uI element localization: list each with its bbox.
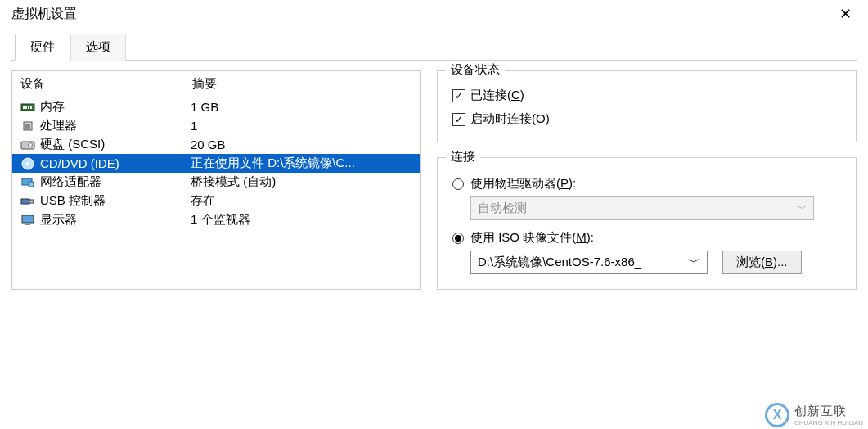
radio-icon xyxy=(452,233,464,244)
physical-drive-select: 自动检测 ﹀ xyxy=(470,196,814,220)
close-icon[interactable]: ✕ xyxy=(834,5,857,23)
device-row-usb[interactable]: USB 控制器 存在 xyxy=(12,192,420,210)
group-connection: 连接 使用物理驱动器(P): 自动检测 ﹀ 使用 ISO 映像文件(M): D:… xyxy=(437,157,857,290)
watermark-logo-icon: X xyxy=(765,403,789,427)
radio-iso-file[interactable]: 使用 ISO 映像文件(M): xyxy=(452,230,841,246)
cd-icon xyxy=(19,156,37,171)
device-summary: 1 GB xyxy=(191,100,415,114)
svg-rect-6 xyxy=(25,124,30,129)
radio-label: 使用 ISO 映像文件(M): xyxy=(470,230,594,246)
watermark-text: 创新互联 xyxy=(794,404,847,418)
svg-rect-15 xyxy=(22,215,34,223)
disk-icon xyxy=(19,138,37,152)
svg-rect-1 xyxy=(23,106,25,109)
browse-button[interactable]: 浏览(B)... xyxy=(722,251,802,274)
network-icon xyxy=(19,175,37,190)
group-title-status: 设备状态 xyxy=(446,62,505,78)
device-summary: 20 GB xyxy=(191,138,415,151)
checkbox-connected[interactable]: ✓ 已连接(C) xyxy=(452,88,841,103)
memory-icon xyxy=(19,100,37,115)
tab-hardware[interactable]: 硬件 xyxy=(15,34,70,61)
svg-rect-14 xyxy=(29,200,34,203)
device-row-cddvd[interactable]: CD/DVD (IDE) 正在使用文件 D:\系统镜像\C... xyxy=(12,154,420,173)
group-device-status: 设备状态 ✓ 已连接(C) ✓ 启动时连接(O) xyxy=(437,70,857,142)
chevron-down-icon: ﹀ xyxy=(688,255,700,270)
svg-rect-2 xyxy=(25,106,27,109)
settings-panel: 设备状态 ✓ 已连接(C) ✓ 启动时连接(O) 连接 使用物理驱动器(P): … xyxy=(437,70,857,290)
watermark-subtext: CHUANG XIN HU LIAN xyxy=(794,419,863,427)
device-row-network[interactable]: 网络适配器 桥接模式 (自动) xyxy=(12,173,420,192)
svg-point-10 xyxy=(26,162,29,165)
usb-icon xyxy=(19,194,37,209)
device-row-display[interactable]: 显示器 1 个监视器 xyxy=(12,210,420,229)
device-summary: 正在使用文件 D:\系统镜像\C... xyxy=(191,156,415,171)
check-icon: ✓ xyxy=(452,113,465,126)
device-summary: 存在 xyxy=(191,193,415,209)
svg-rect-4 xyxy=(30,106,32,109)
svg-rect-13 xyxy=(21,199,29,204)
tab-strip: 硬件 选项 xyxy=(11,33,857,61)
device-name: 内存 xyxy=(40,99,191,115)
svg-point-8 xyxy=(29,142,33,147)
radio-physical-drive[interactable]: 使用物理驱动器(P): xyxy=(452,176,841,192)
checkbox-connect-on-start[interactable]: ✓ 启动时连接(O) xyxy=(452,111,841,127)
svg-rect-3 xyxy=(28,106,29,109)
watermark-text-block: 创新互联 CHUANG XIN HU LIAN xyxy=(794,404,863,427)
iso-path-select[interactable]: D:\系统镜像\CentOS-7.6-x86_ ﹀ xyxy=(470,251,708,274)
device-list: 内存 1 GB 处理器 1 硬盘 (SCSI) 20 GB xyxy=(12,97,420,229)
device-name: 硬盘 (SCSI) xyxy=(40,137,191,152)
device-name: 处理器 xyxy=(40,118,191,133)
header-summary: 摘要 xyxy=(184,71,420,97)
device-panel: 设备 摘要 内存 1 GB 处理器 1 xyxy=(11,70,421,290)
device-name: USB 控制器 xyxy=(40,193,191,209)
group-title-connection: 连接 xyxy=(446,149,480,165)
device-name: CD/DVD (IDE) xyxy=(40,156,191,170)
radio-label: 使用物理驱动器(P): xyxy=(470,176,576,192)
device-row-disk[interactable]: 硬盘 (SCSI) 20 GB xyxy=(12,135,420,154)
chevron-down-icon: ﹀ xyxy=(798,202,807,214)
iso-row: D:\系统镜像\CentOS-7.6-x86_ ﹀ 浏览(B)... xyxy=(470,251,841,274)
display-icon xyxy=(19,213,37,228)
device-summary: 1 个监视器 xyxy=(191,212,415,228)
titlebar: 虚拟机设置 ✕ xyxy=(0,0,868,26)
svg-rect-16 xyxy=(25,224,30,225)
device-name: 显示器 xyxy=(40,212,191,228)
content-area: 设备 摘要 内存 1 GB 处理器 1 xyxy=(0,61,868,300)
checkbox-label: 启动时连接(O) xyxy=(470,111,550,127)
device-row-memory[interactable]: 内存 1 GB xyxy=(12,97,420,116)
select-value: 自动检测 xyxy=(478,201,527,216)
tab-options[interactable]: 选项 xyxy=(70,34,126,61)
radio-icon xyxy=(452,178,464,190)
iso-path-value: D:\系统镜像\CentOS-7.6-x86_ xyxy=(478,255,641,270)
check-icon: ✓ xyxy=(452,89,465,102)
device-name: 网络适配器 xyxy=(40,174,191,190)
device-row-cpu[interactable]: 处理器 1 xyxy=(12,116,420,135)
device-list-header: 设备 摘要 xyxy=(12,71,420,97)
cpu-icon xyxy=(19,119,37,133)
device-summary: 1 xyxy=(191,119,415,133)
device-summary: 桥接模式 (自动) xyxy=(191,174,415,190)
window-title: 虚拟机设置 xyxy=(11,6,77,23)
header-device: 设备 xyxy=(12,71,184,97)
svg-rect-12 xyxy=(29,182,34,187)
watermark: X 创新互联 CHUANG XIN HU LIAN xyxy=(765,403,863,427)
checkbox-label: 已连接(C) xyxy=(470,88,524,103)
